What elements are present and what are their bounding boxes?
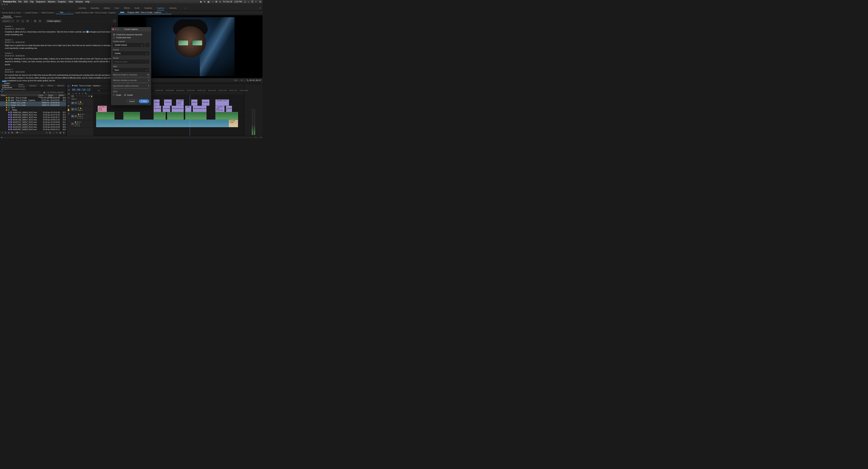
col-media-start[interactable]: Media Start [47,94,58,96]
razor-tool-icon[interactable]: ✂ [68,96,70,99]
workspace-graphics[interactable]: Graphics [145,7,152,9]
video-clip[interactable]: fx ADOBE x ALEX [16x9] [176,99,184,106]
project-item[interactable]: ›GFX [0,106,66,109]
search-input[interactable] [4,20,12,22]
workspace-libraries[interactable]: Libraries [169,7,177,9]
menu-clip[interactable]: Clip [30,1,34,3]
project-item[interactable]: A006C023_160510_R1JC.mov25.00 fps02:47:0… [0,114,66,116]
project-item[interactable]: A008C016_160510_R1JC.mov25.00 fps02:25:4… [0,111,66,114]
nav-up-icon[interactable]: ⌃ [16,19,20,23]
video-clip[interactable]: fx SilbersaltzClips.mp4.Subclip [163,106,170,112]
radio-single[interactable]: Single [113,94,121,96]
status-update-icon[interactable]: ◉ [1,137,2,138]
tab-text[interactable]: Text ≡ [56,11,73,14]
control-center-icon[interactable]: ⊜ [259,1,261,3]
project-item[interactable]: climber_VO_1.m4a48000 Hz00:00:00:00 [0,101,66,104]
fit-mode[interactable]: Full [235,79,237,81]
row-menu-icon[interactable]: ⋯ [2,41,4,44]
menu-edit[interactable]: Edit [24,1,28,3]
search-icon[interactable]: ⌕ [248,1,249,3]
clock-icon[interactable]: ⊙ [219,1,221,3]
program-timecode[interactable]: 00:01:08:07 [250,79,261,81]
status-icon[interactable]: ◉ [200,1,202,3]
video-clip[interactable]: fx SilbersaltzClips. [154,99,160,106]
sequence-name[interactable]: AAA - Time to Create - Captions [74,85,100,87]
workspace-color[interactable]: Color [115,7,119,9]
row-menu-icon[interactable]: ⋯ [2,71,4,74]
traffic-min[interactable] [4,4,5,5]
workspace-overflow-icon[interactable]: » [185,7,186,9]
tab-source[interactable]: Source: Audio 2_2.wav [0,12,23,14]
transcript-text[interactable]: Creativity is within all of us. Great id… [5,30,116,36]
video-clip[interactable]: fx SilbersaltzClips.mp4.Subclip [193,106,207,112]
workspace-captions[interactable]: Captions [157,7,164,10]
col-name[interactable]: Name ⌃ [0,94,37,96]
list-view-icon[interactable]: ≣ [5,131,6,134]
menu-sequence[interactable]: Sequence [36,1,45,3]
track-select-tool-icon[interactable]: ⇥ [68,89,70,91]
battery-icon[interactable]: ▮▯ [208,1,210,3]
tab-lumetri[interactable]: Lumetri Scopes [23,12,39,14]
project-item[interactable]: AAA - Time to Create - Captions23.976 fp… [0,99,66,101]
scale-mode[interactable]: 1/2 [241,79,243,81]
min-dur-value[interactable]: 3 [148,79,149,81]
transcript-text[interactable]: You know, climbing to me, it's this esca… [5,57,116,66]
a1-toggle[interactable]: A1 [74,115,77,117]
v1-toggle[interactable]: V1 [74,108,77,111]
track-lock-icon[interactable]: 🔒 [91,95,93,97]
location-icon[interactable]: ✪ [215,1,217,3]
out-icon[interactable]: ↧ [38,19,42,23]
share-icon[interactable]: ⇪ [259,7,261,9]
menubar-time[interactable]: 2:52 PM [234,1,242,3]
menu-graphics[interactable]: Graphics [58,1,66,3]
col-frame-rate[interactable]: Frame Rate [37,94,47,96]
video-clip[interactable]: fx SilbersaltzClips.mp4.Subclip [172,106,184,112]
cancel-button[interactable]: Cancel [127,99,137,103]
tab-info[interactable]: Info [38,85,45,87]
wifi-icon[interactable]: ⏦ [212,1,213,3]
radio-icon[interactable] [113,33,115,36]
ripple-tool-icon[interactable]: ⇄ [68,93,70,95]
nav-down-icon[interactable]: ⌄ [21,19,25,23]
a2-toggle[interactable]: A2 [71,123,74,125]
create-button[interactable]: Create [139,99,149,103]
tab-libraries[interactable]: Libraries [27,85,38,87]
menubar-date[interactable]: Fri Oct 29 [223,1,232,3]
col-media-end[interactable]: Media E [58,94,66,96]
video-clip[interactable]: fx Silbersalt [202,99,209,106]
project-item[interactable]: A017C006_160522_R1JC.mov25.00 fps06:46:1… [0,123,66,126]
video-clip[interactable]: fx ADOBE x ALEX [16x9].mp4 [215,106,224,112]
status-s1[interactable]: S [255,137,256,138]
preset-select[interactable]: Subtitle Default⌄ [113,43,144,47]
row-menu-icon[interactable]: ⋯ [2,54,4,57]
workspace-learning[interactable]: Learning [79,7,86,9]
video-clip[interactable]: fx ADOBE x [226,106,232,112]
tab-markers[interactable]: Markers [55,85,66,87]
video-clip[interactable]: fx Silbersa [191,99,197,106]
project-item[interactable]: A010C095_160517_R1JC.mov25.00 fps03:05:4… [0,116,66,118]
a1-source[interactable]: A1 [71,115,74,117]
video-clip[interactable]: fx ADOBE x ALEX [16x9] [98,106,107,112]
link-icon[interactable]: ⊕ [75,92,77,94]
tab-audio-mixer[interactable]: Audio Clip Mixer: AAA - Time to Create -… [73,12,118,14]
menu-window[interactable]: Window [75,1,83,3]
video-clip[interactable]: fx SilbersaltzClips.mp4.Subclip [154,106,161,112]
radio-double[interactable]: Double [124,94,133,96]
min-dur-slider[interactable] [113,83,149,83]
transcript-text[interactable]: It's a puzzle that you have to sort of t… [5,74,116,82]
settings-icon[interactable]: ▾ [82,92,83,94]
workspace-audio[interactable]: Audio [134,7,140,9]
tab-media-browser[interactable]: Media Browser [16,84,27,88]
radio-icon[interactable] [113,36,115,38]
transcript-text[interactable]: Right now is a great time to create beca… [5,44,116,50]
video-clip[interactable]: fx Silb [185,106,191,112]
dialog-max-icon[interactable] [117,28,119,30]
max-chars-value[interactable]: 42 [147,74,149,76]
workspace-effects[interactable]: Effects [124,7,130,9]
zoom-slider[interactable] [15,133,24,133]
project-item[interactable]: AAA - Time to Create23.976 fps00:00:00:0… [0,96,66,99]
refresh-icon[interactable]: ↻ [26,19,30,23]
dnd-icon[interactable]: ☾ [255,1,257,3]
preset-options-icon[interactable]: ⋯ [145,43,149,47]
radio-blank-track[interactable]: Create blank track [113,36,149,38]
